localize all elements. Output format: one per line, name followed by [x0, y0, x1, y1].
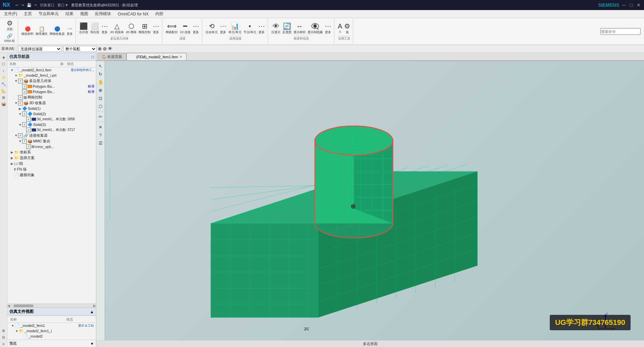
nav-item-root[interactable]: ▼ 📄 _model2_fem1.fem 显示和组件和工... — [7, 67, 96, 73]
checkbox-3dcoll[interactable]: ✓ — [18, 101, 23, 106]
checkbox-meshctrl[interactable]: ✓ — [18, 95, 23, 100]
nav-item-3d-collector[interactable]: ▼ ✓ 📦 3D 收集器 — [7, 100, 96, 106]
left-icon-7[interactable]: ⊞ — [1, 94, 7, 100]
toolbar-btn-show-only[interactable]: 👁 仅显示 — [271, 22, 281, 35]
save-icon[interactable]: 💾 — [27, 3, 32, 7]
nav-item-coords[interactable]: ▶ 📁 坐标系 — [7, 149, 96, 155]
window-menu[interactable]: 窗口▼ — [57, 3, 68, 8]
left-icon-bottom1[interactable]: ⊕ — [1, 328, 7, 334]
checkbox-mesh3[interactable]: ✓ — [26, 128, 31, 132]
preview-toggle[interactable]: ▼ — [90, 342, 94, 346]
category-select[interactable]: 整个装配 — [63, 46, 97, 52]
hscroll-right[interactable]: ▶ — [93, 304, 96, 307]
checkbox-solid3[interactable]: ✓ — [22, 122, 27, 127]
toolbar-btn-text-A[interactable]: A A — [337, 22, 343, 35]
menubar-item-home[interactable]: 主页 — [21, 10, 35, 17]
toolbar-btn-invert[interactable]: 🔄 反显图 — [282, 22, 292, 35]
menubar-item-nodes-elements[interactable]: 节点和单元 — [36, 10, 61, 17]
fv-item-fem1[interactable]: ▼ 📄 _model2_fem1 显示 & 工钻 — [8, 323, 95, 328]
expander-groups[interactable]: ▶ — [10, 162, 14, 165]
maximize-button[interactable]: □ — [629, 2, 634, 8]
nav-item-field[interactable]: F FN 场 — [7, 166, 96, 172]
toolbar-btn-fem-group[interactable]: 🔗 FEM 组 — [4, 33, 15, 44]
tab-welcome[interactable]: 🏠 欢迎页面 — [98, 53, 126, 60]
expander-mmc[interactable]: ▼ — [18, 139, 22, 143]
undo-icon[interactable]: ↩ — [15, 3, 18, 7]
expander-root[interactable]: ▼ — [10, 68, 14, 72]
expander-prt[interactable]: ▼ — [14, 74, 18, 77]
menubar-item-omnicad[interactable]: OmniCAD for NX — [115, 11, 151, 17]
left-icon-bottom2[interactable]: ⊟ — [1, 334, 7, 340]
left-icon-6[interactable]: 📐 — [1, 88, 7, 94]
search-input[interactable] — [600, 28, 641, 35]
left-icon-2[interactable]: ⬡ — [1, 61, 7, 67]
left-icon-3[interactable]: ↕ — [1, 68, 7, 74]
toolbar-btn-more4[interactable]: ⋯ 更多 — [192, 22, 200, 35]
expander-connector[interactable]: ▼ — [14, 134, 18, 137]
redo-icon[interactable]: ↪ — [21, 3, 24, 7]
nav-item-mmc-spli[interactable]: ✓ M mmc_spli... — [7, 144, 96, 149]
toolbar-btn-equip[interactable]: ⚙ 装 — [343, 22, 351, 35]
nav-item-poly-bo1[interactable]: ✓ Polygon Bo... 标准 — [7, 84, 96, 89]
checkbox-mmcspli[interactable]: ✓ — [26, 144, 31, 149]
toolbar-btn-more2[interactable]: ⋯ 更多 — [101, 22, 109, 35]
nav-item-mesh2[interactable]: ✓ 3d_mesh(... 单元数: 2656 — [7, 117, 96, 122]
tab-fem-close[interactable]: ✕ — [179, 55, 182, 59]
toolbar-btn-1d-connect[interactable]: ━ 1D 连接 — [179, 22, 191, 35]
toolbar-btn-more5[interactable]: ⋯ 更多 — [219, 22, 227, 35]
expander-fv-fem1i[interactable]: ▼ — [15, 329, 19, 333]
fv-item-model2[interactable]: 📄 _model2 — [8, 334, 95, 339]
toolbar-btn-more6[interactable]: ⋯ 更多 — [258, 22, 266, 35]
toolbar-btn-physics[interactable]: 📋 物理属性 — [35, 26, 48, 37]
menu-label[interactable]: 菜单(M) — [1, 46, 14, 51]
nav-hscroll[interactable]: ◀ ▶ — [7, 303, 96, 307]
toolbar-btn-element-element[interactable]: 📊 单元/单元 — [228, 22, 242, 35]
menubar-item-result[interactable]: 结果 — [63, 10, 76, 17]
expander-solid3[interactable]: ▼ — [18, 123, 22, 127]
nav-item-prt[interactable]: ▼ 📁 _model2_fem1_i.prt — [7, 73, 96, 78]
nav-item-modelref[interactable]: 📄 建模对象 — [7, 172, 96, 178]
left-icon-4[interactable]: ⚡ — [1, 74, 7, 80]
toolbar-btn-more3[interactable]: ⋯ 更多 — [152, 22, 160, 35]
expander-solid1[interactable]: ▶ — [18, 107, 22, 111]
nav-item-poly-bo2[interactable]: ✓ Polygon Bo... 标准 — [7, 89, 96, 94]
left-icon-8[interactable]: 📦 — [1, 101, 7, 107]
toolbar-btn-simplify[interactable]: ⬜ 简自面 — [90, 22, 100, 35]
checkbox-polygon[interactable]: ✓ — [18, 79, 23, 83]
nav-item-mmc[interactable]: ▼ ✓ 📦 MMC 集合 — [7, 138, 96, 144]
toolbar-btn-merge-face[interactable]: ⬛ 合并面 — [78, 22, 89, 35]
checkbox-solid2[interactable]: ✓ — [22, 112, 27, 116]
nav-item-solid2[interactable]: ▼ ✓ 🔷 Solid(2) — [7, 111, 96, 117]
tab-fem[interactable]: 📄 (FEM)_model2_fem1.fem ✕ — [126, 53, 186, 60]
menubar-item-view[interactable]: 视图 — [77, 10, 91, 17]
fv-item-fem1i[interactable]: ▼ 📁 _model2_fem1_i — [8, 328, 95, 334]
toolbar-btn-auto-element[interactable]: ⟲ 自动单元 — [205, 22, 218, 35]
checkbox-mesh2[interactable]: ✓ — [26, 117, 31, 122]
window-toggle[interactable]: 切换窗口 — [40, 3, 55, 8]
toolbar-btn-mesh-ctrl[interactable]: ⊞ 网格控制 — [138, 22, 151, 35]
toolbar-btn-associate[interactable]: ⚙ 关联 — [6, 19, 13, 32]
close-button[interactable]: ✕ — [636, 2, 641, 8]
cut-icon[interactable]: ✂ — [34, 3, 37, 7]
toolbar-btn-2d-mesh[interactable]: ⬡ 2D 网格 — [125, 22, 137, 35]
file-view-collapse[interactable]: ▲ — [90, 309, 94, 314]
toolbar-btn-show-hide[interactable]: 👁‍🗨 显示和隐藏 — [307, 22, 323, 35]
canvas-3d[interactable]: ↖ ↻ ✋ ⊕ ⊡ ⬡ ✂ ✕ ? ☰ — [96, 61, 644, 340]
toolbar-btn-3d-tet[interactable]: △ 3D 四面体 — [109, 22, 124, 35]
filter-icon[interactable]: ⊘ — [103, 46, 107, 51]
checkbox-polybo2[interactable]: ✓ — [22, 89, 27, 94]
expander-solid2[interactable]: ▼ — [18, 112, 22, 116]
left-icon-bottom3[interactable]: ≡ — [1, 341, 7, 347]
left-icon-5[interactable]: 🔧 — [1, 81, 7, 87]
snap-icon[interactable]: ⊕ — [98, 46, 102, 51]
nav-item-solid1[interactable]: ▶ 🔷 Solid(1) — [7, 106, 96, 111]
toolbar-btn-node-element[interactable]: • 节点/单元 — [243, 22, 257, 35]
expander-polygon[interactable]: ▼ — [14, 79, 18, 83]
toolbar-btn-more1[interactable]: ⋯ 更多 — [66, 26, 73, 37]
menubar-item-internal[interactable]: 内部 — [153, 10, 166, 17]
toolbar-btn-more7[interactable]: ⋯ 更多 — [324, 22, 332, 35]
checkbox-mmc[interactable]: ✓ — [22, 139, 27, 144]
minimize-button[interactable]: ─ — [621, 2, 627, 8]
menubar-item-apps[interactable]: 应用模块 — [92, 10, 114, 17]
expander-3dcoll[interactable]: ▼ — [14, 101, 18, 105]
